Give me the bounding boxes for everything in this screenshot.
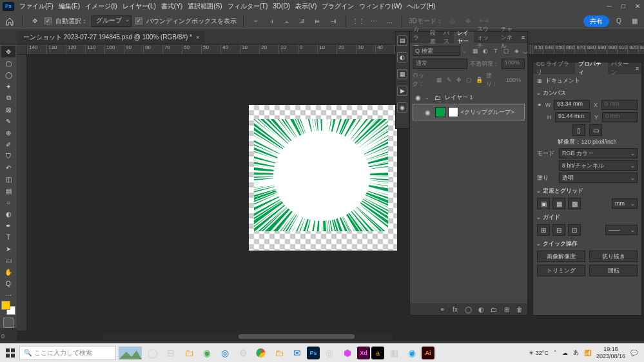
pen-tool[interactable]: ✒: [1, 220, 15, 231]
height-input[interactable]: 91.44 mm: [555, 112, 590, 122]
more-options-icon[interactable]: …: [384, 15, 395, 27]
menu-view[interactable]: 表示(V): [295, 2, 317, 11]
actions-panel-icon[interactable]: ▶: [397, 86, 407, 96]
lock-pixels-icon[interactable]: ✎: [446, 76, 453, 84]
menu-image[interactable]: イメージ(I): [85, 2, 117, 11]
layer-thumbnail[interactable]: [435, 107, 445, 117]
new-layer-icon[interactable]: ⊞: [503, 305, 511, 313]
canvas-section-title[interactable]: カンバス: [537, 89, 638, 97]
tab-cc-libraries[interactable]: CC ライブラリ: [533, 62, 575, 74]
tab-gradients[interactable]: 段差: [427, 32, 440, 43]
hand-tool[interactable]: ✋: [1, 266, 15, 278]
layer-mask-thumbnail[interactable]: [448, 107, 458, 117]
app-icon-3[interactable]: ⬢: [339, 345, 356, 361]
taskbar-search-input[interactable]: 🔍ここに入力して検索: [19, 346, 116, 360]
align-left-icon[interactable]: ⫟: [250, 15, 262, 27]
eraser-tool[interactable]: ◫: [1, 173, 15, 185]
guide-new-icon[interactable]: ⊡: [568, 224, 581, 236]
app-icon-2[interactable]: 🗀: [271, 345, 288, 361]
filter-type-icon[interactable]: T: [492, 47, 500, 55]
ruler-unit-select[interactable]: mm: [612, 198, 638, 209]
heal-tool[interactable]: ⊕: [1, 127, 15, 138]
info-panel-icon[interactable]: ◉: [397, 102, 407, 113]
horizontal-scrollbar[interactable]: [103, 334, 393, 340]
color-mode-select[interactable]: RGB カラー: [559, 148, 638, 158]
layer-name[interactable]: レイヤー 1: [445, 93, 473, 102]
history-brush-tool[interactable]: ↶: [1, 162, 15, 173]
portrait-icon[interactable]: ▯: [572, 124, 585, 136]
tab-color[interactable]: カラー: [410, 32, 427, 43]
weather-widget[interactable]: ☀ 32°C: [529, 350, 549, 356]
3d-orbit-icon[interactable]: ◎: [447, 15, 458, 27]
chrome-icon-2[interactable]: ◎: [321, 345, 338, 361]
edge-icon[interactable]: ◎: [217, 345, 233, 361]
search-icon[interactable]: Q: [613, 15, 625, 27]
filter-adjust-icon[interactable]: ◐: [482, 47, 489, 55]
history-panel-icon[interactable]: ▤: [397, 35, 407, 46]
3d-pan-icon[interactable]: ✥: [462, 15, 474, 27]
opacity-input[interactable]: 100%: [502, 59, 525, 69]
tray-chevron-icon[interactable]: ˄: [554, 350, 557, 356]
guide-view-icon[interactable]: ⊞: [537, 224, 550, 236]
type-tool[interactable]: T: [1, 231, 15, 243]
align-center-v-icon[interactable]: ⫢: [312, 15, 324, 27]
chrome-icon[interactable]: [253, 345, 269, 361]
distribute-h-icon[interactable]: ⋮⋮: [353, 15, 364, 27]
maximize-button[interactable]: □: [620, 3, 627, 10]
filter-toggle-icon[interactable]: ◡: [523, 47, 528, 55]
shape-tool[interactable]: ▭: [1, 254, 15, 266]
trim-button[interactable]: トリミング: [537, 265, 585, 276]
auto-select-checkbox[interactable]: [44, 17, 52, 24]
lock-all-icon[interactable]: 🔒: [476, 76, 483, 84]
move-tool[interactable]: ✥: [1, 46, 15, 57]
scrollbar-thumb[interactable]: [239, 334, 355, 339]
align-top-icon[interactable]: ⫡: [297, 15, 308, 27]
menu-filter[interactable]: フィルター(T): [228, 2, 268, 11]
illustrator-icon[interactable]: Ai: [422, 347, 434, 359]
lock-position-icon[interactable]: ✥: [456, 76, 462, 84]
bounding-box-checkbox[interactable]: [135, 17, 142, 24]
start-button[interactable]: [3, 345, 18, 361]
distribute-v-icon[interactable]: ⋯: [368, 15, 380, 27]
blend-mode-select[interactable]: 通常: [413, 59, 467, 69]
width-input[interactable]: 93.34 mm: [554, 100, 590, 110]
fill-input[interactable]: 100%: [504, 77, 525, 83]
minimize-button[interactable]: ─: [605, 3, 613, 10]
brush-tool[interactable]: ✐: [1, 138, 15, 150]
edit-toolbar[interactable]: ⋯: [1, 289, 15, 301]
filter-pixel-icon[interactable]: ▦: [471, 47, 479, 55]
document-tab[interactable]: ーンショット 2023-07-27 194845.psd @ 100% (RGB…: [18, 31, 204, 44]
layer-clipgroup[interactable]: ◉ <クリップグループ>: [413, 104, 525, 120]
outlook-icon[interactable]: ✉: [289, 345, 306, 361]
menu-plugin[interactable]: プラグイン: [322, 2, 354, 11]
amazon-icon[interactable]: a: [371, 347, 384, 359]
ruler-vertical[interactable]: [17, 55, 27, 330]
app-icon-5[interactable]: ◉: [404, 345, 420, 361]
menu-window[interactable]: ウィンドウ(W): [359, 2, 402, 11]
layer-mask-icon[interactable]: ◯: [464, 305, 472, 313]
link-layers-icon[interactable]: ⚭: [438, 305, 446, 313]
tab-swatches[interactable]: スウォッチ: [474, 32, 498, 43]
share-button[interactable]: 共有: [583, 15, 609, 27]
panel-menu-icon[interactable]: ≡: [522, 34, 525, 41]
adjustments-panel-icon[interactable]: ◐: [397, 52, 407, 62]
ruler-grid-section-title[interactable]: 定規とグリッド: [537, 187, 638, 195]
menu-file[interactable]: ファイル(F): [19, 2, 54, 11]
marquee-tool[interactable]: ▢: [1, 57, 15, 69]
tray-ime-icon[interactable]: あ: [573, 348, 579, 357]
eyedropper-tool[interactable]: ✎: [1, 115, 15, 127]
tab-paths[interactable]: パス: [440, 32, 454, 43]
lasso-tool[interactable]: ◯: [1, 69, 15, 81]
path-select-tool[interactable]: ➤: [1, 243, 15, 254]
layer-fx-icon[interactable]: fx: [451, 305, 459, 313]
ruler-toggle-icon[interactable]: ▣: [537, 198, 550, 209]
adjustment-layer-icon[interactable]: ◐: [477, 305, 485, 313]
new-group-icon[interactable]: 🗀: [490, 305, 498, 313]
tab-layers[interactable]: レイヤー: [454, 32, 474, 43]
tab-patterns[interactable]: パターン: [608, 62, 636, 74]
notifications-icon[interactable]: 💬: [630, 350, 638, 356]
zoom-tool[interactable]: Q: [1, 278, 15, 289]
quick-mask-icon[interactable]: [3, 318, 14, 328]
menu-edit[interactable]: 編集(E): [59, 2, 80, 11]
menu-type[interactable]: 書式(Y): [161, 2, 182, 11]
